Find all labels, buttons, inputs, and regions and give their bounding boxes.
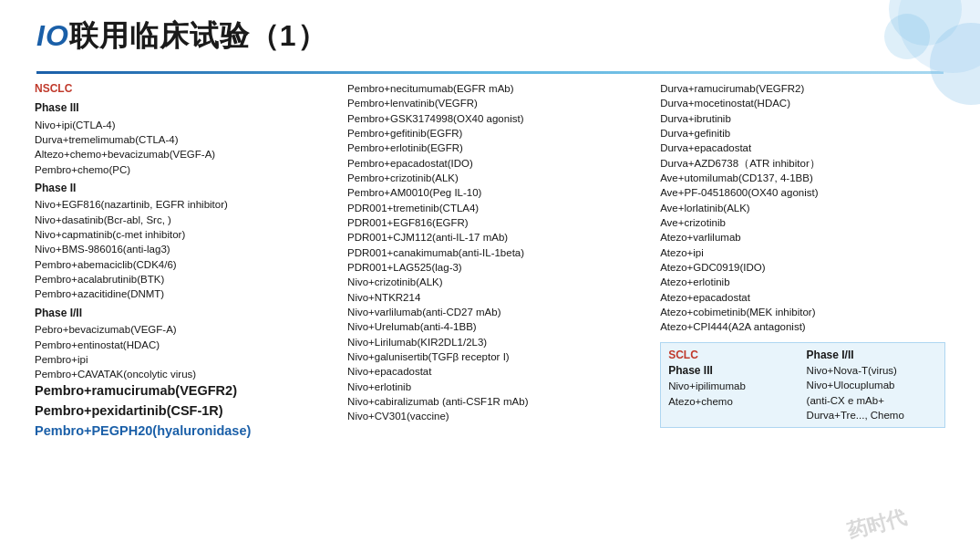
column-middle: Pembro+necitumumab(EGFR mAb) Pembro+lenv… [340, 81, 653, 442]
drug-item: Nivo+crizotinib(ALK) [347, 275, 645, 289]
sclc-box: SCLC Phase III Nivo+ipilimumab Atezo+che… [660, 342, 945, 429]
drug-item: Pembro+AM0010(Peg IL-10) [347, 185, 645, 200]
drug-item: Pembro+acalabrutinib(BTK) [35, 272, 333, 286]
drug-item: (anti-CX e mAb+ [807, 393, 937, 408]
drug-item: Altezo+chemo+bevacizumab(VEGF-A) [35, 147, 333, 161]
column-nsclc: NSCLC Phase III Nivo+ipi(CTLA-4) Durva+t… [27, 81, 340, 442]
drug-item: Pembro+crizotinib(ALK) [347, 171, 645, 185]
drug-item: Nivo+epacadostat [347, 364, 645, 379]
drug-item: Nivo+ipilimumab [668, 379, 799, 393]
drug-item: Ave+PF-04518600(OX40 agonist) [660, 185, 945, 200]
drug-item-large-blue: Pembro+PEGPH20(hyaluronidase) [35, 422, 333, 442]
drug-item: Nivo+CV301(vaccine) [347, 409, 645, 423]
drug-item: Nivo+NTKR214 [347, 290, 645, 305]
drug-item: Nivo+erlotinib [347, 380, 645, 394]
drug-item: Pembro+necitumumab(EGFR mAb) [347, 81, 645, 96]
phase-ii-label: Phase II [35, 181, 333, 196]
drug-item: Pembro+azacitidine(DNMT) [35, 286, 333, 301]
content-area: NSCLC Phase III Nivo+ipi(CTLA-4) Durva+t… [0, 81, 980, 442]
drug-item-large: Pembro+pexidartinib(CSF-1R) [35, 401, 333, 422]
drug-item: Pembro+erlotinib(EGFR) [347, 141, 645, 155]
drug-item: Durva+gefinitib [660, 126, 945, 141]
drug-item: Nivo+Nova-T(virus) [807, 363, 937, 378]
drug-item: Atezo+GDC0919(IDO) [660, 260, 945, 275]
drug-item: PDR001+CJM112(anti-IL-17 mAb) [347, 230, 645, 245]
watermark: 药时代 [844, 504, 910, 546]
sclc-phase-iii: Phase III [668, 363, 799, 379]
drug-item: Nivo+Ulocuplumab [807, 378, 937, 392]
drug-item: Durva+ramucirumab(VEGFR2) [660, 81, 945, 96]
drug-item: Atezo+chemo [668, 394, 799, 409]
title-io: IO [36, 19, 69, 52]
drug-item: Durva+ibrutinib [660, 111, 945, 126]
drug-item: Nivo+capmatinib(c-met inhibitor) [35, 227, 333, 242]
header: IO联用临床试验（1） [0, 0, 980, 66]
drug-item: Ave+utomilumab(CD137, 4-1BB) [660, 171, 945, 185]
drug-item: PDR001+canakimumab(anti-IL-1beta) [347, 245, 645, 260]
drug-item: Nivo+dasatinib(Bcr-abl, Src, ) [35, 213, 333, 227]
drug-item: Durva+epacadostat [660, 141, 945, 155]
sclc-label: SCLC [668, 349, 698, 361]
phase-iii-label: Phase III [35, 100, 333, 116]
drug-item-large: Pembro+ramucirumab(VEGFR2) [35, 381, 333, 401]
drug-item: Atezo+epacadostat [660, 290, 945, 305]
drug-item: Pembro+epacadostat(IDO) [347, 156, 645, 171]
drug-item: Durva+mocetinostat(HDAC) [660, 96, 945, 110]
drug-item: Ave+crizotinib [660, 215, 945, 230]
drug-item: PDR001+EGF816(EGFR) [347, 215, 645, 230]
drug-item: Pembro+lenvatinib(VEGFR) [347, 96, 645, 110]
drug-item: Ave+lorlatinib(ALK) [660, 201, 945, 215]
drug-item: Nivo+galunisertib(TGFβ receptor I) [347, 349, 645, 364]
drug-item: Nivo+ipi(CTLA-4) [35, 118, 333, 132]
drug-item: Atezo+CPI444(A2A antagonist) [660, 319, 945, 334]
drug-item: Pembro+ipi [35, 352, 333, 367]
drug-item: Nivo+Urelumab(anti-4-1BB) [347, 319, 645, 334]
drug-item: Nivo+EGF816(nazartinib, EGFR inhibitor) [35, 197, 333, 212]
drug-item: Atezo+ipi [660, 245, 945, 260]
drug-item: Pembro+GSK3174998(OX40 agonist) [347, 111, 645, 126]
sclc-phase-i-ii: Phase I/II [807, 348, 937, 363]
drug-item: PDR001+tremetinib(CTLA4) [347, 201, 645, 215]
drug-item: Pembro+entinostat(HDAC) [35, 338, 333, 352]
title-rest: 联用临床试验（1） [69, 19, 327, 52]
drug-item: Pebro+bevacizumab(VEGF-A) [35, 322, 333, 337]
drug-item: PDR001+LAG525(lag-3) [347, 260, 645, 275]
drug-item: Atezo+varlilumab [660, 230, 945, 245]
drug-item: Nivo+varlilumab(anti-CD27 mAb) [347, 305, 645, 319]
drug-item: Nivo+cabiralizumab (anti-CSF1R mAb) [347, 394, 645, 409]
drug-item: Pembro+gefitinib(EGFR) [347, 126, 645, 141]
drug-item: Pembro+chemo(PC) [35, 162, 333, 177]
page-title: IO联用临床试验（1） [36, 16, 944, 57]
drug-item: Durva+AZD6738（ATR inhibitor） [660, 156, 945, 171]
column-right: Durva+ramucirumab(VEGFR2) Durva+mocetino… [653, 81, 953, 442]
drug-item: Nivo+Lirilumab(KIR2DL1/2L3) [347, 335, 645, 349]
drug-item: Atezo+erlotinib [660, 275, 945, 289]
nsclc-label: NSCLC [35, 81, 333, 97]
drug-item: Nivo+BMS-986016(anti-lag3) [35, 242, 333, 256]
drug-item: Atezo+cobimetinib(MEK inhibitor) [660, 305, 945, 319]
drug-item: Pembro+abemaciclib(CDK4/6) [35, 257, 333, 272]
drug-item: Pembro+CAVATAK(oncolytic virus) [35, 367, 333, 381]
phase-i-ii-label: Phase I/II [35, 306, 333, 321]
drug-item: Durva+Tre..., Chemo [807, 408, 937, 422]
drug-item: Durva+tremelimumab(CTLA-4) [35, 132, 333, 147]
